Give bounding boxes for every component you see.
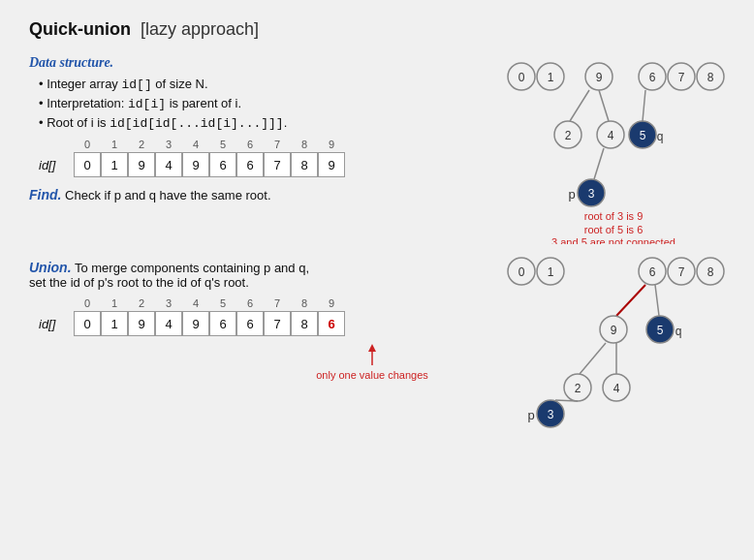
array2-cell-0: 0 (74, 311, 101, 336)
svg-text:9: 9 (596, 71, 603, 84)
find-label: Find. (29, 187, 61, 202)
svg-text:5: 5 (657, 324, 664, 337)
array2-cell-3: 4 (155, 311, 182, 336)
svg-line-41 (616, 285, 645, 316)
svg-line-14 (643, 90, 645, 121)
svg-text:3 and 5 are not connected: 3 and 5 are not connected (551, 236, 675, 244)
array1-cell-1: 1 (101, 152, 128, 177)
array2-cell-4: 9 (182, 311, 209, 336)
array1-cell-2: 9 (128, 152, 155, 177)
array1-cell-3: 4 (155, 152, 182, 177)
svg-text:6: 6 (649, 265, 656, 279)
title-main: Quick-union (29, 19, 131, 39)
tree1-svg: 0 1 9 6 7 8 (502, 55, 725, 244)
svg-text:5: 5 (640, 129, 646, 142)
right-col-top: 0 1 9 6 7 8 (492, 55, 725, 244)
union-section: Union. To merge components containing p … (29, 260, 492, 290)
code-root-formula: id[id[id[...id[i]...]]] (110, 116, 283, 131)
svg-text:2: 2 (575, 382, 581, 395)
array2-cell-9: 6 (318, 311, 345, 336)
svg-line-48 (580, 343, 606, 374)
svg-marker-30 (368, 344, 376, 352)
svg-text:1: 1 (548, 71, 554, 84)
slide-title: Quick-union [lazy approach] (29, 19, 725, 40)
union-label: Union. (29, 260, 72, 275)
svg-text:q: q (675, 325, 682, 338)
svg-text:1: 1 (548, 265, 554, 279)
svg-text:0: 0 (518, 71, 525, 84)
bottom-content-row: Union. To merge components containing p … (29, 250, 725, 429)
array1-cell-6: 6 (236, 152, 264, 177)
tree2-svg: 0 1 6 7 8 9 5 q (502, 250, 725, 429)
array1-cell-5: 6 (209, 152, 236, 177)
array2-cell-7: 7 (264, 311, 291, 336)
svg-text:p: p (527, 408, 534, 422)
svg-text:7: 7 (678, 265, 685, 279)
svg-text:q: q (657, 130, 664, 143)
svg-text:root of 3 is 9: root of 3 is 9 (584, 210, 644, 222)
svg-text:4: 4 (613, 382, 620, 395)
find-text: Check if p and q have the same root. (65, 188, 270, 202)
array1-cell-8: 8 (291, 152, 318, 177)
svg-text:8: 8 (707, 265, 714, 279)
left-col-top: Data structure. Integer array id[] of si… (29, 55, 492, 206)
right-col-bottom: 0 1 6 7 8 9 5 q (492, 250, 725, 429)
array2-cell-1: 1 (101, 311, 128, 336)
find-section: Find. Check if p and q have the same roo… (29, 187, 492, 202)
svg-text:4: 4 (608, 129, 614, 142)
array2-label: id[] (39, 317, 74, 331)
svg-text:3: 3 (548, 408, 554, 421)
svg-text:9: 9 (611, 324, 617, 337)
svg-text:3: 3 (588, 187, 595, 201)
slide: Quick-union [lazy approach] Data structu… (0, 0, 754, 560)
svg-text:2: 2 (565, 129, 572, 142)
svg-text:7: 7 (678, 71, 685, 84)
array1-row: id[] 0 1 9 4 9 6 6 7 8 9 (39, 152, 492, 177)
svg-line-22 (594, 148, 604, 179)
array2-cell-5: 6 (209, 311, 236, 336)
bullet-1: Integer array id[] of size N. (39, 77, 492, 92)
svg-line-12 (570, 90, 589, 121)
arrow-section: only one value changes (252, 344, 492, 381)
array2-section: 0 1 2 3 4 5 6 7 8 9 id[] 0 1 9 4 (39, 297, 492, 336)
array1-cell-9: 9 (318, 152, 345, 177)
svg-text:0: 0 (518, 265, 525, 279)
title-bracket: [lazy approach] (136, 19, 259, 39)
svg-line-57 (555, 400, 578, 401)
bullet-2: Interpretation: id[i] is parent of i. (39, 96, 492, 111)
array2-indices: 0 1 2 3 4 5 6 7 8 9 (74, 297, 492, 309)
top-content-row: Data structure. Integer array id[] of si… (29, 55, 725, 244)
union-text2: set the id of p's root to the id of q's … (29, 275, 249, 290)
array1-label: id[] (39, 158, 74, 172)
array2-cell-6: 6 (236, 311, 264, 336)
code-id-array: id[] (122, 78, 152, 92)
array1-cell-0: 0 (74, 152, 101, 177)
array1-section: 0 1 2 3 4 5 6 7 8 9 id[] 0 1 9 4 (39, 139, 492, 177)
array2-row: id[] 0 1 9 4 9 6 6 7 8 6 (39, 311, 492, 336)
arrow-up-svg (362, 344, 382, 367)
bullet-list: Integer array id[] of size N. Interpreta… (39, 77, 492, 131)
svg-line-44 (655, 285, 659, 316)
array2-cell-8: 8 (291, 311, 318, 336)
arrow-label: only one value changes (316, 369, 428, 381)
svg-line-13 (599, 90, 609, 121)
code-id-i: id[i] (128, 97, 166, 111)
array2-cell-2: 9 (128, 311, 155, 336)
bullet-3: Root of i is id[id[id[...id[i]...]]]. (39, 115, 492, 131)
svg-text:8: 8 (707, 71, 714, 84)
array1-cell-4: 9 (182, 152, 209, 177)
union-text: To merge components containing p and q, (75, 261, 309, 275)
array1-cell-7: 7 (264, 152, 291, 177)
svg-text:6: 6 (649, 71, 656, 84)
data-structure-label: Data structure. (29, 55, 492, 71)
svg-text:root of 5 is 6: root of 5 is 6 (584, 224, 644, 235)
array1-indices: 0 1 2 3 4 5 6 7 8 9 (74, 139, 492, 150)
left-col-bottom: Union. To merge components containing p … (29, 250, 492, 381)
svg-text:p: p (568, 187, 575, 202)
